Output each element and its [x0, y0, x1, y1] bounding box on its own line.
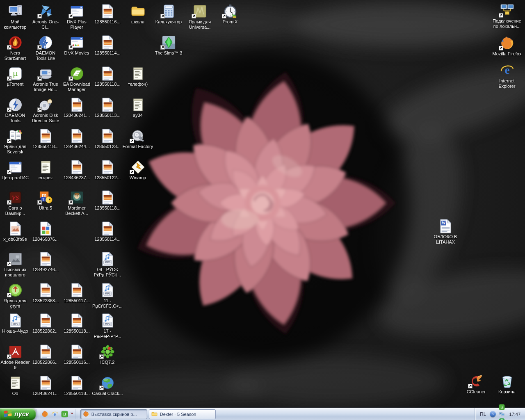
desktop-icon[interactable]: 128436241...	[61, 97, 92, 118]
desktop-icon[interactable]: MP309 - РЎС< РќРµ РЎС‡...	[92, 251, 123, 278]
doc-orange-icon	[68, 313, 85, 328]
desktop-icon[interactable]: 128550118...	[92, 66, 123, 87]
desktop-icon[interactable]: 128550116...	[92, 3, 123, 25]
desktop-icon[interactable]: Winamp	[122, 159, 153, 180]
desktop-icon[interactable]: Nero StartSmart	[0, 34, 31, 61]
desktop-icon-label: 128550123...	[94, 144, 121, 149]
desktop-icon[interactable]: DivX Movies	[61, 34, 92, 56]
desktop-icon[interactable]: eInternet Explorer	[491, 62, 523, 89]
desktop-icon[interactable]: DAEMON Tools	[0, 97, 31, 123]
desktop-icon[interactable]: ICQ7.2	[92, 344, 123, 365]
desktop-icon[interactable]: Подключение по локальн...	[491, 2, 523, 29]
desktop-icon[interactable]: 128522863...	[30, 282, 61, 304]
desktop-icon[interactable]: x_db63fb9e	[0, 221, 31, 242]
task-button[interactable]: Dexter - 5 Season	[149, 409, 216, 419]
desktop-icon[interactable]: Ярлык для grym	[0, 282, 31, 309]
desktop-icon-label: 128550118...	[94, 205, 120, 211]
desktop-icon-label: Ultra 5	[39, 205, 52, 211]
desktop-icon-label: 128550113...	[94, 113, 120, 118]
desktop-icon[interactable]: 128522866...	[30, 344, 61, 365]
desktop-icon[interactable]: WОБЛОКО В ШТАНАХ	[430, 218, 461, 245]
desktop-icon[interactable]: 128550118...	[61, 313, 92, 334]
utorrent-green-quicklaunch-icon[interactable]: µ	[61, 410, 68, 418]
desktop-icon[interactable]: 128469876...	[30, 221, 61, 242]
desktop-icon[interactable]: DivX Plus Player	[61, 3, 92, 30]
desktop-icon[interactable]: Письма из прошлого	[0, 251, 31, 278]
tray-network-tray-icon[interactable]	[498, 411, 505, 418]
utorrent-green-tray-icon[interactable]: µ	[498, 404, 505, 411]
desktop-icon[interactable]: VSСага о Вампир...	[0, 189, 31, 216]
desktop-icon[interactable]: телефон)	[122, 66, 153, 87]
desktop-icon[interactable]: 128550122...	[92, 159, 123, 180]
quick-launch-expand-chevron[interactable]: »	[70, 411, 75, 418]
desktop-icon-label: 128550122...	[94, 175, 121, 180]
desktop-icon[interactable]: MP3Нюша--Чудо	[0, 313, 31, 334]
green-app-tray-icon[interactable]	[498, 418, 505, 420]
desktop-icon[interactable]: Adobe Reader 9	[0, 344, 31, 370]
desktop-icon-label: Oo	[12, 391, 18, 396]
task-buttons-area: Выставка скринов р...Dexter - 5 Season	[80, 409, 217, 419]
desktop-icon[interactable]: 128550114...	[92, 221, 123, 242]
doc-orange-icon	[99, 159, 116, 174]
desktop-icon[interactable]: 128436237...	[61, 159, 92, 180]
desktop-icon[interactable]: MP311 - РџСѓСЃС,С<...	[92, 282, 123, 309]
desktop-icon[interactable]: Калькулятор	[153, 3, 184, 25]
notepad-icon	[130, 97, 146, 112]
desktop-icon[interactable]: 128550114...	[92, 34, 123, 56]
desktop-icon[interactable]: 128550118...	[92, 189, 123, 211]
desktop-icon[interactable]: ay34	[122, 97, 153, 118]
desktop-icon-label: 128436244...	[64, 144, 90, 149]
desktop-icon[interactable]: ЦентралГИС	[0, 159, 31, 180]
desktop-icon[interactable]: 128550123...	[92, 128, 123, 149]
ie-quicklaunch-icon[interactable]: e	[51, 410, 59, 418]
desktop-icon[interactable]: 128436244...	[61, 128, 92, 149]
desktop-icon-label: DivX Movies	[64, 50, 89, 56]
language-indicator[interactable]: RL	[479, 411, 487, 418]
desktop-icon[interactable]: 128550116...	[61, 344, 92, 365]
desktop-icon[interactable]: 128550118...	[61, 375, 92, 396]
desktop-icon[interactable]: Корзина	[491, 373, 523, 395]
firefox-quicklaunch-icon[interactable]	[41, 410, 49, 418]
desktop-icon[interactable]: MP317 - РњРёР·Р°Р...	[92, 313, 123, 339]
desktop-icon-label: Ярлык для grym	[0, 298, 31, 309]
desktop-icon[interactable]: Casual Crack...	[92, 375, 123, 396]
tray-collapse-chevron-icon[interactable]: ‹	[490, 411, 496, 417]
desktop-icon[interactable]: Format Factory	[122, 128, 153, 149]
svg-text:MP3: MP3	[105, 292, 110, 295]
desktop-icon[interactable]: 128492746...	[30, 251, 61, 272]
desktop-icon[interactable]: Mozilla Firefox	[491, 35, 523, 57]
desktop-icon[interactable]: CCleaner	[461, 373, 492, 395]
desktop-icon[interactable]: Ярлык для Universa...	[184, 3, 215, 30]
desktop-icon[interactable]: 128436241...	[30, 375, 61, 396]
desktop-icon[interactable]: 128550117...	[61, 282, 92, 304]
desktop-icon[interactable]: епкрек	[30, 159, 61, 180]
desktop-icon[interactable]: Acronis True Image Ho...	[30, 66, 61, 92]
desktop-icon-label: 128436241...	[32, 391, 59, 396]
desktop-icon[interactable]: 128550118...	[30, 128, 61, 149]
svg-text:MP3: MP3	[105, 322, 110, 325]
desktop-icon[interactable]: Acronis Disk Director Suite	[30, 97, 61, 123]
mp3-icon: MP3	[7, 313, 23, 328]
start-button[interactable]: пуск	[0, 408, 36, 420]
desktop-icon-label: Format Factory	[123, 144, 153, 149]
desktop-icon[interactable]: mTUltra 5	[30, 189, 61, 211]
desktop-icon[interactable]: 128522862...	[30, 313, 61, 334]
desktop-icon[interactable]: 128550113...	[92, 97, 123, 118]
app-window-icon	[68, 3, 85, 18]
desktop-icon[interactable]: DAEMON Tools Lite	[30, 34, 61, 61]
desktop-icon[interactable]: µµTorrent	[0, 66, 31, 87]
desktop-icon-label: Подключение по локальн...	[491, 18, 523, 29]
desktop-icon[interactable]: The Sims™ 3	[153, 34, 184, 56]
desktop-icon[interactable]: Мой компьютер	[0, 3, 31, 30]
task-button[interactable]: Выставка скринов р...	[80, 409, 147, 419]
notepad-icon	[7, 375, 23, 390]
desktop-icon[interactable]: Ярлык для Seversk	[0, 128, 31, 155]
doc-orange-icon	[68, 344, 85, 359]
desktop-icon[interactable]: Acronis One-Cl...	[30, 3, 61, 30]
desktop-icon[interactable]: EA Download Manager	[61, 66, 92, 92]
desktop-icon[interactable]: школа	[122, 3, 153, 25]
desktop-icon[interactable]: Mortimer Beckett A...	[61, 189, 92, 216]
svg-text:MP3: MP3	[12, 322, 18, 325]
desktop-icon[interactable]: PromtX	[215, 3, 246, 25]
desktop-icon[interactable]: Oo	[0, 375, 31, 396]
